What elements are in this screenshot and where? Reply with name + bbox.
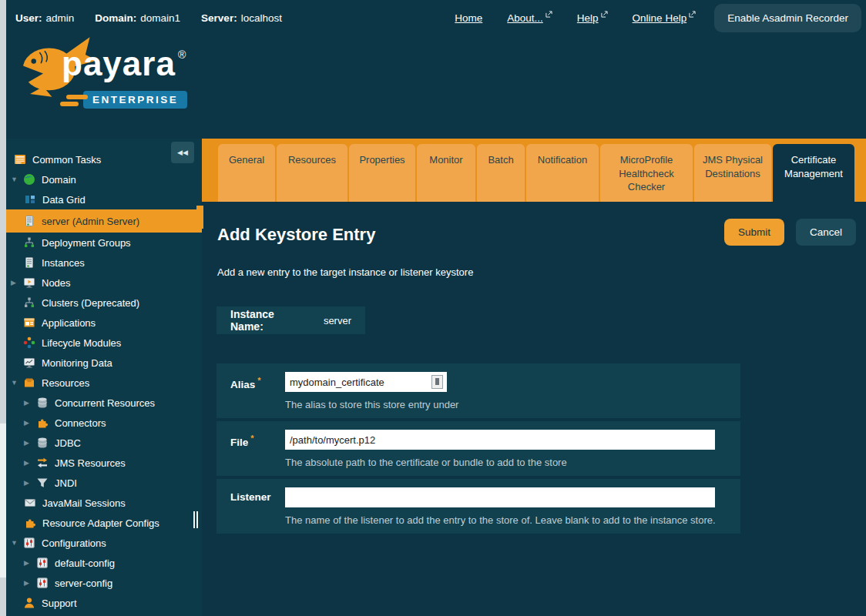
tab-label: General (229, 154, 264, 166)
tab-properties[interactable]: Properties (349, 144, 415, 202)
sidebar-item-domain[interactable]: ▼ Domain (6, 169, 202, 189)
sidebar-item-clusters-deprecated[interactable]: Clusters (Deprecated) (6, 293, 202, 313)
alias-input[interactable] (285, 372, 447, 392)
sidebar-item-data-grid[interactable]: Data Grid (6, 189, 202, 209)
tab-resources[interactable]: Resources (277, 144, 347, 202)
sidebar-item-jdbc[interactable]: ▶ JDBC (6, 433, 202, 453)
tab-microprofile-healthcheck-checker[interactable]: MicroProfile Healthcheck Checker (600, 144, 693, 202)
sidebar-item-server-admin-server[interactable]: server (Admin Server) (6, 209, 202, 233)
sidebar-item-configurations[interactable]: ▼ Configurations (6, 533, 202, 553)
sidebar-item-jms-resources[interactable]: ▶ JMS Resources (6, 453, 202, 473)
required-marker: * (257, 376, 260, 385)
domain-value: domain1 (140, 12, 180, 24)
about-link[interactable]: About... (507, 12, 552, 24)
alias-help-text: The alias to store this store entry unde… (285, 399, 727, 410)
payara-logo: payara® ENTERPRISE (17, 32, 202, 125)
submit-button[interactable]: Submit (724, 219, 784, 246)
cluster-icon (23, 296, 35, 309)
sliders-icon (23, 537, 35, 549)
sidebar-item-resources[interactable]: ▼ Resources (6, 373, 202, 393)
sliders-icon (36, 557, 49, 569)
page-actions: Submit Cancel (724, 219, 856, 246)
sidebar-item-label: Concurrent Resources (55, 397, 155, 409)
sidebar-item-default-config[interactable]: ▶ default-config (6, 553, 202, 573)
tab-label: Resources (288, 154, 336, 166)
expander-open-icon[interactable]: ▼ (11, 539, 23, 547)
user-info: User:admin (15, 12, 74, 24)
scrollbar-thumb[interactable] (0, 424, 6, 578)
sidebar-item-resource-adapter-configs[interactable]: Resource Adapter Configs (6, 513, 202, 533)
user-value: admin (46, 12, 75, 24)
alias-label: Alias* (230, 372, 285, 410)
sidebar-item-javamail-sessions[interactable]: JavaMail Sessions (6, 493, 202, 513)
expander-closed-icon[interactable]: ▶ (24, 399, 36, 407)
sidebar-item-label: JMS Resources (55, 457, 126, 469)
tab-notification[interactable]: Notification (526, 144, 599, 202)
sidebar-item-nodes[interactable]: ▶ Nodes (6, 273, 202, 293)
sidebar: ◀◀ Common Tasks ▼ Domain Data Grid serve… (6, 139, 202, 616)
help-link[interactable]: Help (577, 12, 608, 24)
window-scrollbar[interactable] (0, 0, 6, 616)
sidebar-item-label: Support (42, 598, 77, 609)
frame-resize-handle[interactable] (193, 511, 200, 528)
expander-open-icon[interactable]: ▼ (11, 176, 23, 183)
sidebar-item-connectors[interactable]: ▶ Connectors (6, 413, 202, 433)
file-input[interactable] (285, 430, 715, 450)
sidebar-item-monitoring-data[interactable]: Monitoring Data (6, 353, 202, 373)
sidebar-item-label: Nodes (42, 277, 71, 289)
tab-general[interactable]: General (218, 144, 275, 202)
arrows-icon (36, 457, 49, 469)
user-label: User: (15, 12, 42, 24)
tab-certificate-management[interactable]: Certificate Management (773, 144, 854, 202)
tab-label: MicroProfile Healthcheck Checker (619, 154, 674, 192)
tab-label: Batch (488, 154, 513, 166)
sidebar-item-label: JDBC (55, 437, 81, 449)
expander-closed-icon[interactable]: ▶ (11, 279, 23, 286)
logo-bar (66, 95, 88, 99)
expander-closed-icon[interactable]: ▶ (24, 439, 36, 447)
expander-closed-icon[interactable]: ▶ (24, 419, 36, 427)
expander-open-icon[interactable]: ▼ (11, 379, 23, 387)
tab-jms-physical-destinations[interactable]: JMS Physical Destinations (694, 144, 771, 202)
brand-name: payara® (62, 45, 184, 83)
sidebar-item-label: Connectors (55, 417, 106, 429)
home-link[interactable]: Home (455, 12, 482, 24)
sidebar-item-label: Applications (42, 317, 96, 329)
monitor-icon (23, 357, 35, 369)
domain-label: Domain: (95, 12, 136, 24)
sidebar-item-jndi[interactable]: ▶ JNDI (6, 473, 202, 493)
collapse-sidebar-button[interactable]: ◀◀ (171, 142, 194, 163)
listener-label: Listener (230, 487, 285, 526)
payara-admin-console: User:admin Domain:domain1 Server:localho… (0, 0, 866, 616)
expander-closed-icon[interactable]: ▶ (24, 559, 36, 567)
sidebar-item-server-config[interactable]: ▶ server-config (6, 573, 202, 593)
edition-label: ENTERPRISE (83, 91, 187, 109)
page-description: Add a new entry to the target instance o… (217, 266, 866, 278)
listener-input[interactable] (285, 487, 715, 507)
server-icon (23, 256, 35, 269)
tab-batch[interactable]: Batch (477, 144, 525, 202)
tab-label: Notification (538, 154, 587, 166)
sidebar-item-concurrent-resources[interactable]: ▶ Concurrent Resources (6, 393, 202, 413)
tab-label: Properties (359, 154, 404, 166)
sidebar-item-label: JNDI (55, 477, 77, 489)
database-icon (36, 397, 49, 409)
sidebar-item-label: Monitoring Data (42, 357, 112, 369)
sidebar-item-support[interactable]: Support (6, 593, 202, 613)
external-link-icon (689, 11, 696, 18)
sidebar-item-deployment-groups[interactable]: Deployment Groups (6, 233, 202, 253)
page-title: Add Keystore Entry (217, 225, 375, 245)
expander-closed-icon[interactable]: ▶ (24, 479, 36, 487)
enable-asadmin-recorder-button[interactable]: Enable Asadmin Recorder (714, 4, 861, 32)
online-help-link[interactable]: Online Help (633, 12, 696, 24)
sidebar-item-lifecycle-modules[interactable]: Lifecycle Modules (6, 333, 202, 353)
cancel-button[interactable]: Cancel (796, 219, 856, 246)
tab-monitor[interactable]: Monitor (417, 144, 475, 202)
puzzle-icon (24, 517, 36, 529)
expander-closed-icon[interactable]: ▶ (24, 579, 36, 587)
keystore-entry-form: Alias* The alias to store this store ent… (216, 363, 740, 534)
sidebar-item-label: Data Grid (42, 194, 86, 206)
sidebar-item-instances[interactable]: Instances (6, 253, 202, 273)
expander-closed-icon[interactable]: ▶ (24, 459, 36, 467)
sidebar-item-applications[interactable]: Applications (6, 313, 202, 333)
